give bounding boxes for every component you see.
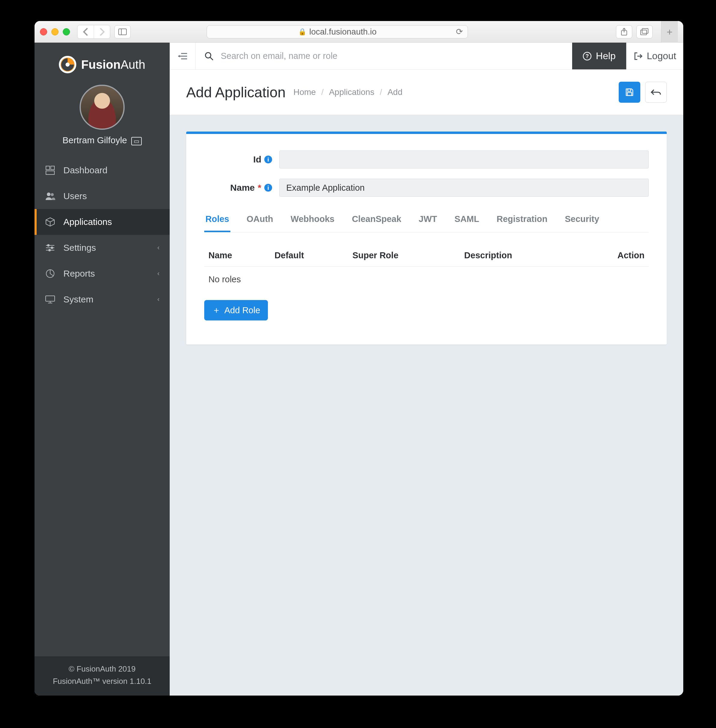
back-button[interactable] xyxy=(77,25,94,38)
help-icon: ? xyxy=(583,52,592,61)
breadcrumb-sep: / xyxy=(380,87,382,97)
sidebar-item-system[interactable]: System ‹ xyxy=(35,287,170,312)
sidebar-item-label: System xyxy=(64,294,93,305)
logout-button[interactable]: Logout xyxy=(626,42,683,69)
copyright: © FusionAuth 2019 xyxy=(38,663,167,675)
breadcrumb-applications[interactable]: Applications xyxy=(329,87,374,97)
browser-chrome: 🔒 local.fusionauth.io ⟳ + xyxy=(35,21,683,42)
sidebar-item-reports[interactable]: Reports ‹ xyxy=(35,261,170,287)
sidebar-item-settings[interactable]: Settings ‹ xyxy=(35,235,170,261)
page-header: Add Application Home / Applications / Ad… xyxy=(170,70,683,115)
user-name: Bertram Gilfoyle▭ xyxy=(35,135,170,146)
tab-jwt[interactable]: JWT xyxy=(417,209,438,232)
help-label: Help xyxy=(596,50,616,62)
tabs-overview-icon[interactable] xyxy=(636,25,652,38)
cube-icon xyxy=(45,217,56,227)
svg-point-9 xyxy=(51,193,54,196)
page-title: Add Application xyxy=(186,84,286,101)
svg-point-23 xyxy=(205,53,211,58)
svg-point-8 xyxy=(47,193,50,196)
sidebar-item-label: Applications xyxy=(64,217,112,227)
address-bar[interactable]: 🔒 local.fusionauth.io ⟳ xyxy=(206,25,468,38)
chevron-left-icon: ‹ xyxy=(157,296,159,303)
svg-text:?: ? xyxy=(586,53,589,59)
search-input[interactable] xyxy=(221,51,563,61)
col-superrole: Super Role xyxy=(348,244,460,267)
users-icon xyxy=(45,192,56,201)
breadcrumb-home[interactable]: Home xyxy=(293,87,316,97)
collapse-sidebar-button[interactable] xyxy=(170,42,196,69)
svg-rect-6 xyxy=(51,166,55,170)
svg-rect-3 xyxy=(641,30,647,35)
tab-cleanspeak[interactable]: CleanSpeak xyxy=(351,209,402,232)
svg-rect-7 xyxy=(46,171,55,174)
tab-webhooks[interactable]: Webhooks xyxy=(290,209,336,232)
sidebar-item-label: Dashboard xyxy=(64,165,108,175)
breadcrumb-sep: / xyxy=(322,87,324,97)
add-role-label: Add Role xyxy=(225,305,260,315)
svg-rect-28 xyxy=(627,93,632,96)
svg-point-15 xyxy=(49,249,51,251)
name-label: Name* i xyxy=(204,183,279,193)
name-field[interactable] xyxy=(279,179,649,197)
forward-button[interactable] xyxy=(94,25,110,38)
zoom-window-icon[interactable] xyxy=(63,28,70,35)
empty-state: No roles xyxy=(204,267,649,293)
plus-icon: ＋ xyxy=(212,304,221,316)
dashboard-icon xyxy=(45,165,56,175)
close-window-icon[interactable] xyxy=(40,28,47,35)
svg-point-13 xyxy=(51,247,53,249)
col-description: Description xyxy=(460,244,576,267)
chevron-left-icon: ‹ xyxy=(157,244,159,252)
search-bar xyxy=(196,42,572,69)
share-icon[interactable] xyxy=(616,25,632,38)
undo-icon xyxy=(651,89,661,96)
tab-security[interactable]: Security xyxy=(564,209,601,232)
col-default: Default xyxy=(270,244,348,267)
sidebar-toggle-icon[interactable] xyxy=(114,25,130,38)
help-button[interactable]: ? Help xyxy=(572,42,626,69)
vcard-icon[interactable]: ▭ xyxy=(131,137,142,146)
logout-icon xyxy=(634,52,643,61)
minimize-window-icon[interactable] xyxy=(52,28,59,35)
save-button[interactable] xyxy=(619,82,640,103)
add-role-button[interactable]: ＋ Add Role xyxy=(204,300,268,320)
sidebar: FusionAuth Bertram Gilfoyle▭ Dashboard xyxy=(35,42,170,696)
monitor-icon xyxy=(45,295,56,303)
id-field[interactable] xyxy=(279,150,649,168)
pie-chart-icon xyxy=(45,269,56,278)
brand-logo-icon xyxy=(59,56,76,73)
back-action-button[interactable] xyxy=(645,82,667,103)
sidebar-item-label: Reports xyxy=(64,268,95,279)
svg-point-11 xyxy=(47,244,50,247)
sidebar-item-applications[interactable]: Applications xyxy=(35,209,170,235)
main: ? Help Logout Add Application Home / App… xyxy=(170,42,683,696)
brand: FusionAuth xyxy=(35,42,170,82)
nav-buttons xyxy=(77,25,110,39)
avatar[interactable] xyxy=(80,85,124,130)
version: FusionAuth™ version 1.10.1 xyxy=(38,675,167,688)
new-tab-button[interactable]: + xyxy=(661,21,678,42)
tab-registration[interactable]: Registration xyxy=(495,209,548,232)
reload-icon[interactable]: ⟳ xyxy=(456,27,463,36)
brand-name: FusionAuth xyxy=(81,58,145,71)
sidebar-item-dashboard[interactable]: Dashboard xyxy=(35,158,170,183)
tabs: Roles OAuth Webhooks CleanSpeak JWT SAML… xyxy=(204,209,649,232)
sidebar-footer: © FusionAuth 2019 FusionAuth™ version 1.… xyxy=(35,657,170,696)
breadcrumb: Home / Applications / Add xyxy=(293,87,402,97)
tab-saml[interactable]: SAML xyxy=(453,209,480,232)
svg-rect-4 xyxy=(642,29,648,33)
tab-oauth[interactable]: OAuth xyxy=(246,209,275,232)
sidebar-item-users[interactable]: Users xyxy=(35,183,170,209)
id-label: Id i xyxy=(204,155,279,165)
chevron-left-icon: ‹ xyxy=(157,270,159,278)
save-icon xyxy=(625,88,634,97)
topbar: ? Help Logout xyxy=(170,42,683,70)
sidebar-item-label: Users xyxy=(64,191,87,201)
info-icon[interactable]: i xyxy=(264,156,272,163)
sliders-icon xyxy=(45,244,56,252)
window-traffic-lights xyxy=(40,28,70,35)
info-icon[interactable]: i xyxy=(264,184,272,192)
lock-icon: 🔒 xyxy=(298,28,306,36)
tab-roles[interactable]: Roles xyxy=(204,209,231,232)
